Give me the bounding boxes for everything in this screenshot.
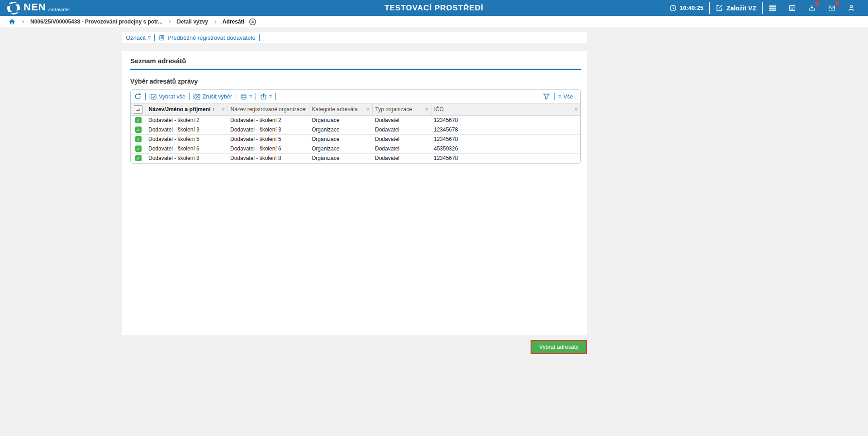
table-row[interactable]: ✓ Dodavatel - školení 2 Dodavatel - škol… [131,116,580,125]
mail-button[interactable] [822,0,842,16]
user-button[interactable] [842,0,861,16]
row-checkbox-checked[interactable]: ✓ [135,136,142,142]
column-header-org[interactable]: Název registrované organizace ▽ [228,103,309,116]
toolbar-divider [554,93,555,100]
cell-name: Dodavatel - školení 3 [146,125,228,135]
toolbar-divider [577,93,577,100]
notification-badge [835,1,839,5]
column-filter-icon[interactable]: ▽ [303,108,306,112]
logo-subtitle: Zadavatel [47,7,69,12]
table-row[interactable]: ✓ Dodavatel - školení 3 Dodavatel - škol… [131,125,580,135]
home-icon[interactable] [8,18,16,25]
mark-label: Označit [126,34,146,41]
time-value: 10:40:25 [680,5,703,11]
checkbox-clear-icon [193,93,201,100]
page-title: Seznam adresátů [130,57,581,70]
footer-actions: Vybrat adresáty [122,340,587,354]
cell-org: Dodavatel - školení 5 [228,135,309,144]
row-checkbox-checked[interactable]: ✓ [135,155,142,161]
cell-name: Dodavatel - školení 6 [146,144,228,154]
clear-selection-button[interactable]: Zrušit výběr [193,93,232,100]
cell-category: Organizace [309,144,372,154]
app-logo[interactable]: NEN Zadavatel [0,0,70,15]
column-filter-icon[interactable]: ▽ [366,108,369,112]
column-header-type[interactable]: Typ organizace ▽ [372,103,431,116]
table-row[interactable]: ✓ Dodavatel - školení 8 Dodavatel - škol… [131,154,580,163]
preregister-label: Předběžně registrovat dodavatele [167,34,255,41]
mail-icon [828,5,836,12]
notification-badge [815,1,819,5]
edit-icon [716,4,723,12]
filter-all-label: Vše [563,94,573,100]
document-icon [158,34,165,41]
cell-category: Organizace [309,154,372,163]
column-header-category[interactable]: Kategorie adresáta ▽ [309,103,372,116]
inbox-button[interactable] [802,0,822,16]
clear-selection-label: Zrušit výběr [203,94,232,100]
actions-toolbar: Označit ▽ Předběžně registrovat dodavate… [122,32,587,43]
cell-ico: 45359326 [431,144,580,154]
cell-ico: 12345678 [431,116,580,125]
table-row[interactable]: ✓ Dodavatel - školení 5 Dodavatel - škol… [131,135,580,144]
column-filter-icon[interactable]: ▽ [575,108,578,112]
column-label: IČO [434,106,444,113]
column-chooser-icon[interactable]: ⇄ [134,105,142,114]
cell-name: Dodavatel - školení 2 [146,116,228,125]
row-checkbox-checked[interactable]: ✓ [135,145,142,152]
preregister-supplier-button[interactable]: Předběžně registrovat dodavatele [158,34,255,41]
toolbar-divider [275,93,276,100]
app-header: NEN Zadavatel TESTOVACÍ PROSTŘEDÍ 10:40:… [0,0,868,16]
export-button[interactable]: ▽ [260,93,272,100]
cell-org: Dodavatel - školení 2 [228,116,309,125]
cell-category: Organizace [309,135,372,144]
recipients-table: ⇄ Název/Jméno a příjmení↑ ▽ Název regist… [131,103,580,163]
dropdown-arrow-icon: ▽ [148,36,151,39]
cell-type: Dodavatel [372,154,431,163]
select-recipients-button[interactable]: Vybrat adresáty [531,340,587,354]
breadcrumb-item-detail-vyzvy[interactable]: Detail výzvy [177,19,208,25]
cell-org: Dodavatel - školení 6 [228,144,309,154]
clock-icon [669,5,677,12]
nen-logo-icon [6,1,21,15]
cell-category: Organizace [309,116,372,125]
column-filter-icon[interactable]: ▽ [425,108,428,112]
menu-button[interactable] [763,0,783,16]
breadcrumb-item-procurement[interactable]: N006/25/V00005438 - Provozování prodejny… [30,19,162,25]
cell-type: Dodavatel [372,135,431,144]
select-all-button[interactable]: Vybrat vše [149,93,185,100]
recipients-grid: Vybrat vše Zrušit výběr [130,89,581,164]
close-circle-icon[interactable] [249,18,256,26]
sort-ascending-icon: ↑ [212,106,215,113]
chevron-right-icon [167,19,172,24]
column-filter-icon[interactable]: ▽ [222,108,224,112]
row-checkbox-checked[interactable]: ✓ [135,117,142,123]
row-checkbox-checked[interactable]: ✓ [135,127,142,133]
toolbar-divider [189,93,190,100]
create-vz-button[interactable]: Založit VZ [710,0,762,16]
filter-funnel-icon[interactable] [542,93,550,100]
user-icon [848,4,855,12]
column-header-ico[interactable]: IČO ▽ [431,103,580,116]
print-button[interactable]: ▽ [240,93,252,100]
subsection-title: Výběr adresátů zprávy [130,78,581,85]
logo-text: NEN [24,0,46,14]
cell-type: Dodavatel [372,116,431,125]
toolbar-divider [154,34,155,41]
cell-ico: 12345678 [431,125,580,135]
table-row[interactable]: ✓ Dodavatel - školení 6 Dodavatel - škol… [131,144,580,154]
refresh-button[interactable] [134,93,142,100]
content-column: Označit ▽ Předběžně registrovat dodavate… [122,32,587,354]
mark-dropdown-button[interactable]: Označit ▽ [126,34,151,41]
dropdown-arrow-icon: ▽ [558,95,561,98]
export-icon [260,93,267,100]
calendar-icon [788,4,796,12]
column-label: Název registrované organizace [231,106,305,113]
filter-all-dropdown[interactable]: ▽ Vše [558,94,573,100]
toolbar-divider [236,93,236,100]
calendar-button[interactable] [783,0,802,16]
breadcrumb-item-adresati: Adresáti [223,19,244,25]
chevron-right-icon [213,19,218,24]
column-header-name[interactable]: Název/Jméno a příjmení↑ ▽ [146,103,228,116]
dropdown-arrow-icon: ▽ [269,95,272,98]
cell-ico: 12345678 [431,135,580,144]
